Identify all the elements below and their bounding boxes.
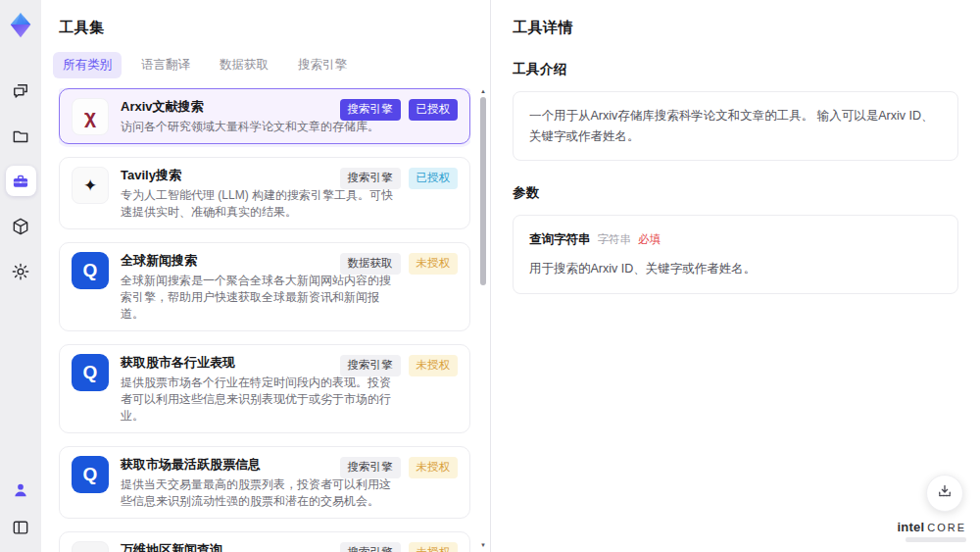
tool-intro-card: 一个用于从Arxiv存储库搜索科学论文和文章的工具。 输入可以是Arxiv ID… [513,91,958,161]
user-icon [11,480,30,500]
list-scrollbar: ▲ ▼ [478,86,488,552]
tool-badges: 搜索引擎 未授权 [340,542,459,552]
tool-description: 访问各个研究领域大量科学论文和文章的存储库。 [121,119,397,135]
gear-icon [11,262,30,281]
category-badge: 搜索引擎 [340,542,401,552]
tool-badges: 搜索引擎 已授权 [340,99,459,121]
tool-icon: Q [72,354,109,391]
auth-status-badge: 已授权 [409,99,459,121]
category-badge: 搜索引擎 [340,355,401,376]
tool-card[interactable]: ≡ 万维地区新闻查询 查询具体行政区划内的新闻，快速了解各地新闻动 搜索引擎 未… [59,531,470,552]
category-tab[interactable]: 语言翻译 [131,52,200,78]
sidebar-item-chat[interactable] [6,75,36,106]
parameter-required-flag: 必填 [638,230,661,249]
category-tab[interactable]: 所有类别 [53,52,122,78]
category-badge: 数据获取 [340,253,401,275]
sidebar-item-files[interactable] [6,121,36,151]
cube-icon [11,217,30,236]
brand-subbar [906,537,966,542]
app-logo-icon [4,9,37,42]
brand-product: CORE [927,522,966,533]
category-tab[interactable]: 搜索引擎 [288,52,357,78]
download-icon [936,482,954,504]
tool-badges: 搜索引擎 已授权 [340,168,459,189]
brand-name: intel [897,520,924,534]
tool-icon: χ [72,98,109,135]
chat-icon [11,81,30,101]
tool-badges: 搜索引擎 未授权 [340,457,459,478]
tool-card[interactable]: Q 获取市场最活跃股票信息 提供当天交易量最高的股票列表，投资者可以利用这些信息… [59,446,470,519]
scrollbar-down-arrow[interactable]: ▼ [478,542,488,548]
tool-icon-glyph: Q [83,362,98,383]
page-title: 工具集 [59,19,490,37]
tool-icon: Q [72,252,109,289]
detail-title: 工具详情 [513,19,958,37]
tool-icon: ✦ [72,167,109,204]
tool-card[interactable]: Q 获取股市各行业表现 提供股票市场各个行业在特定时间段内的表现。投资者可以利用… [59,344,470,433]
tool-card[interactable]: ✦ Tavily搜索 专为人工智能代理 (LLM) 构建的搜索引擎工具。可快速提… [59,157,470,229]
auth-status-badge: 未授权 [409,355,459,376]
category-badge: 搜索引擎 [340,99,401,121]
parameter-description: 用于搜索的Arxiv ID、关键字或作者姓名。 [529,259,942,279]
sidebar-item-settings[interactable] [6,256,36,286]
tool-icon: ≡ [72,541,109,552]
auth-status-badge: 未授权 [409,542,459,552]
sidebar [0,0,41,552]
category-tabs: 所有类别 语言翻译 数据获取 搜索引擎 [53,52,490,78]
tool-description: 提供股票市场各个行业在特定时间段内的表现。投资者可以利用这些信息来识别表现优于或… [121,375,397,425]
tool-badges: 搜索引擎 未授权 [340,355,459,376]
scrollbar-up-arrow[interactable]: ▲ [478,88,488,94]
category-badge: 搜索引擎 [340,168,401,189]
tool-badges: 数据获取 未授权 [340,253,459,275]
folder-icon [11,126,30,146]
sidebar-item-panel-toggle[interactable] [6,512,36,542]
tool-list: χ Arxiv文献搜索 访问各个研究领域大量科学论文和文章的存储库。 搜索引擎 … [59,88,470,552]
tool-description: 提供当天交易量最高的股票列表，投资者可以利用这些信息来识别流动性强的股票和潜在的… [121,477,397,510]
sidebar-nav [6,75,36,286]
params-section-title: 参数 [513,184,958,202]
auth-status-badge: 已授权 [409,168,459,189]
category-tab[interactable]: 数据获取 [210,52,278,78]
parameter-card: 查询字符串 字符串 必填 用于搜索的Arxiv ID、关键字或作者姓名。 [513,215,958,293]
tool-detail-panel: 工具详情 工具介绍 一个用于从Arxiv存储库搜索科学论文和文章的工具。 输入可… [490,0,980,552]
tool-list-panel: 工具集 所有类别 语言翻译 数据获取 搜索引擎 χ Arxiv文献搜索 [41,0,490,552]
category-badge: 搜索引擎 [340,457,401,478]
sidebar-item-models[interactable] [6,211,36,241]
tool-card[interactable]: χ Arxiv文献搜索 访问各个研究领域大量科学论文和文章的存储库。 搜索引擎 … [59,88,470,144]
parameter-type: 字符串 [598,230,632,249]
tool-icon-glyph: ✦ [83,176,97,196]
intel-core-brand: intel CORE [897,520,966,542]
tool-description: 全球新闻搜索是一个聚合全球各大新闻网站内容的搜索引擎，帮助用户快速获取全球最新资… [121,273,397,323]
briefcase-tools-icon [11,172,30,191]
download-button[interactable] [926,475,963,512]
sidebar-item-tools[interactable] [6,166,36,196]
tool-icon-glyph: χ [84,105,96,128]
auth-status-badge: 未授权 [409,457,459,478]
intro-section-title: 工具介绍 [513,61,958,78]
sidebar-bottom [6,475,36,542]
tool-description: 专为人工智能代理 (LLM) 构建的搜索引擎工具。可快速提供实时、准确和真实的结… [121,187,397,221]
auth-status-badge: 未授权 [409,253,459,275]
tool-icon-glyph: Q [83,260,98,281]
tool-icon: Q [72,456,109,493]
parameter-header: 查询字符串 字符串 必填 [529,229,942,250]
sidebar-item-account[interactable] [6,475,36,505]
tool-card[interactable]: Q 全球新闻搜索 全球新闻搜索是一个聚合全球各大新闻网站内容的搜索引擎，帮助用户… [59,242,470,331]
tool-icon-glyph: Q [83,464,98,485]
panel-toggle-icon [11,518,30,537]
tool-intro-text: 一个用于从Arxiv存储库搜索科学论文和文章的工具。 输入可以是Arxiv ID… [529,109,934,143]
scrollbar-thumb[interactable] [480,97,486,285]
app-window: 工具集 所有类别 语言翻译 数据获取 搜索引擎 χ Arxiv文献搜索 [0,0,980,552]
parameter-name: 查询字符串 [529,229,591,250]
